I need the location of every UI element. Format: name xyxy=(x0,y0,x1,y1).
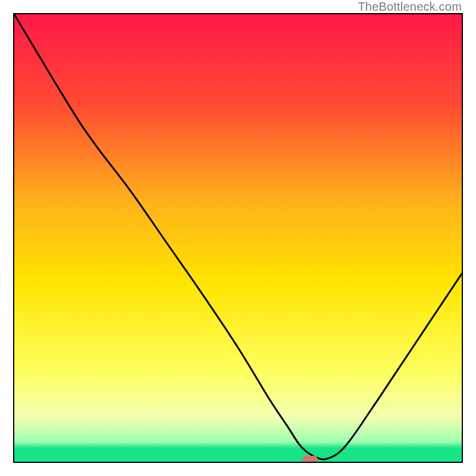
chart-container: TheBottleneck.com xyxy=(0,0,476,476)
plot-frame xyxy=(13,13,463,463)
bottleneck-curve xyxy=(14,14,462,462)
watermark-text: TheBottleneck.com xyxy=(358,0,462,14)
optimal-marker xyxy=(302,456,318,463)
